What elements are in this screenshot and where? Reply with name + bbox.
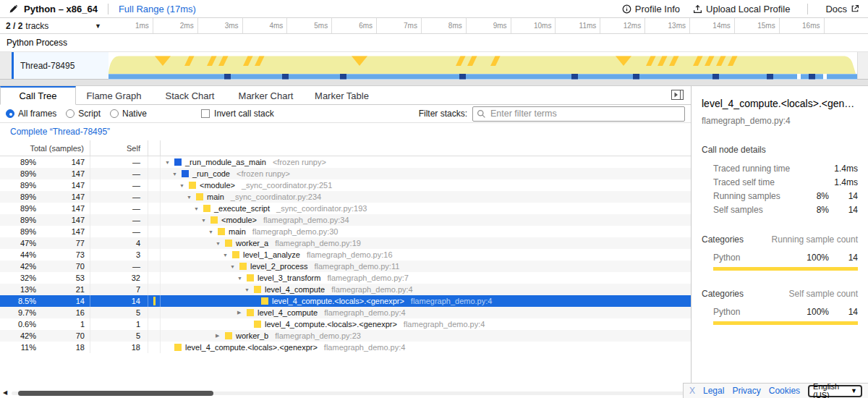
- row-total-percent: 89%: [0, 181, 36, 190]
- row-self-count: —: [90, 226, 148, 237]
- row-total-percent: 8.5%: [0, 297, 36, 305]
- footer-link-privacy[interactable]: Privacy: [732, 386, 760, 396]
- ruler-tick: 12ms: [600, 18, 645, 33]
- expander-icon[interactable]: ▼: [223, 253, 232, 258]
- chevron-down-icon: ▼: [95, 22, 101, 30]
- expander-icon[interactable]: ▶: [216, 333, 225, 339]
- profile-title: Python – x86_64: [24, 4, 98, 14]
- detail-row: Traced self time 1.4ms: [713, 175, 858, 189]
- expander-icon[interactable]: ▼: [237, 276, 247, 281]
- thread-track[interactable]: Thread-78495: [0, 52, 868, 80]
- function-name: main: [229, 227, 246, 236]
- expander-icon[interactable]: ▼: [194, 206, 203, 211]
- tab-bar: Call TreeFlame GraphStack ChartMarker Ch…: [0, 86, 691, 105]
- edit-pencil-icon[interactable]: [9, 4, 18, 14]
- process-track-header[interactable]: Python Process: [0, 34, 868, 52]
- sample-track: [109, 74, 857, 80]
- invert-call-stack-checkbox[interactable]: [201, 109, 210, 118]
- expander-icon[interactable]: ▼: [187, 195, 196, 200]
- docs-link[interactable]: Docs: [825, 4, 859, 14]
- info-icon: [622, 4, 631, 14]
- invert-call-stack-label[interactable]: Invert call stack: [214, 109, 274, 119]
- expander-icon[interactable]: ▼: [179, 183, 189, 188]
- footer-link-legal[interactable]: Legal: [703, 386, 724, 396]
- call-tree-row[interactable]: 89% 147 — ▼ <module> flamegraph_demo.py:…: [0, 214, 691, 226]
- row-total-percent: 89%: [0, 227, 36, 236]
- footer-link-x[interactable]: X: [689, 386, 695, 396]
- row-total-count: 14: [36, 297, 85, 305]
- tracks-visibility-dropdown[interactable]: 2 / 2 tracks ▼: [0, 18, 109, 33]
- expander-icon[interactable]: ▼: [216, 241, 225, 246]
- call-tree-row[interactable]: 9.7% 16 5 ▶ level_4_compute flamegraph_d…: [0, 307, 691, 318]
- total-column-header[interactable]: Total (samples): [0, 140, 90, 156]
- call-tree-row[interactable]: 47% 77 4 ▼ worker_a flamegraph_demo.py:1…: [0, 237, 691, 249]
- complete-thread-link[interactable]: Complete “Thread-78495”: [10, 127, 110, 137]
- call-tree-row[interactable]: 32% 53 32 ▼ level_3_transform flamegraph…: [0, 272, 691, 284]
- call-tree-row[interactable]: 11% 18 18 level_4_compute.<locals>.<gene…: [0, 342, 691, 353]
- call-tree-row[interactable]: 89% 147 — ▼ _run_code <frozen runpy>: [0, 168, 691, 179]
- self-column-header[interactable]: Self: [90, 140, 148, 156]
- ruler-tick: 5ms: [287, 18, 332, 33]
- call-tree-row[interactable]: 89% 147 — ▼ main _sync_coordinator.py:23…: [0, 191, 691, 203]
- sidebar-toggle-icon[interactable]: [671, 90, 684, 102]
- expander-icon[interactable]: ▼: [244, 287, 254, 292]
- thread-activity-graph[interactable]: [109, 52, 857, 80]
- tab-stack-chart[interactable]: Stack Chart: [152, 86, 228, 104]
- ruler-tick: 6ms: [332, 18, 377, 33]
- tab-list: Call TreeFlame GraphStack ChartMarker Ch…: [0, 86, 380, 104]
- category-block: Categories Running sample count Python 1…: [692, 234, 868, 271]
- call-tree-row[interactable]: 89% 147 — ▼ <module> _sync_coordinator.p…: [0, 179, 691, 191]
- expander-icon[interactable]: ▶: [237, 310, 247, 316]
- scroll-left-icon[interactable]: ◀: [3, 389, 7, 396]
- expander-icon[interactable]: ▼: [172, 172, 182, 177]
- filter-stacks-input[interactable]: [472, 106, 685, 122]
- call-tree-row[interactable]: 89% 147 — ▼ main flamegraph_demo.py:30: [0, 226, 691, 237]
- function-name: main: [207, 192, 224, 201]
- filter-stacks-label: Filter stacks:: [419, 109, 467, 119]
- full-range-link[interactable]: Full Range (17ms): [119, 4, 196, 14]
- tab-marker-table[interactable]: Marker Table: [304, 86, 380, 104]
- tab-call-tree[interactable]: Call Tree: [0, 86, 76, 105]
- thread-track-label[interactable]: Thread-78495: [14, 52, 109, 79]
- expander-icon[interactable]: ▼: [208, 229, 218, 234]
- call-tree-row[interactable]: 44% 73 3 ▼ level_1_analyze flamegraph_de…: [0, 249, 691, 261]
- file-location: <frozen runpy>: [237, 169, 290, 178]
- radio-script[interactable]: Script: [66, 109, 101, 119]
- row-self-count: 5: [90, 307, 148, 318]
- call-tree-row[interactable]: 0.6% 1 1 level_4_compute.<locals>.<genex…: [0, 318, 691, 330]
- scrollbar-thumb[interactable]: [18, 391, 213, 396]
- ruler-tick: 3ms: [198, 18, 243, 33]
- detail-percent: 8%: [817, 191, 829, 201]
- tab-flame-graph[interactable]: Flame Graph: [76, 86, 152, 104]
- category-strip: [153, 297, 156, 305]
- file-location: flamegraph_demo.py:7: [327, 274, 409, 282]
- filter-group: Filter stacks:: [419, 106, 685, 122]
- expander-icon[interactable]: ▼: [165, 160, 174, 165]
- footer-bar: XLegalPrivacyCookies English (US) ▼: [683, 383, 868, 398]
- ruler-tick: 2ms: [153, 18, 198, 33]
- file-location: _sync_coordinator.py:234: [231, 192, 321, 201]
- row-total-percent: 89%: [0, 204, 36, 213]
- call-tree-row[interactable]: 89% 147 — ▼ _run_module_as_main <frozen …: [0, 156, 691, 168]
- expander-icon[interactable]: ▼: [201, 218, 210, 223]
- call-tree-row[interactable]: 42% 70 — ▼ level_2_process flamegraph_de…: [0, 261, 691, 272]
- footer-link-cookies[interactable]: Cookies: [769, 386, 800, 396]
- upload-profile-button[interactable]: Upload Local Profile: [693, 4, 790, 14]
- call-tree-row[interactable]: 89% 147 — ▼ _execute_script _sync_coordi…: [0, 203, 691, 214]
- expander-icon[interactable]: ▼: [230, 264, 239, 269]
- row-total-percent: 13%: [0, 285, 36, 294]
- row-total-count: 73: [36, 250, 85, 259]
- row-self-count: 32: [90, 272, 148, 284]
- horizontal-scrollbar[interactable]: ◀: [0, 388, 691, 398]
- radio-native[interactable]: Native: [110, 109, 147, 119]
- row-total-count: 147: [36, 192, 85, 201]
- call-tree-row[interactable]: 13% 21 7 ▼ level_4_compute flamegraph_de…: [0, 284, 691, 295]
- language-select[interactable]: English (US) ▼: [808, 385, 862, 397]
- call-node-sidebar: level_4_compute.<locals>.<genexpr> flame…: [691, 86, 868, 398]
- tab-marker-chart[interactable]: Marker Chart: [228, 86, 304, 104]
- call-tree-row[interactable]: 42% 70 5 ▶ worker_b flamegraph_demo.py:2…: [0, 330, 691, 342]
- footer-links: XLegalPrivacyCookies: [689, 386, 800, 396]
- radio-all-frames[interactable]: All frames: [6, 109, 56, 119]
- call-tree-row[interactable]: 8.5% 14 14 level_4_compute.<locals>.<gen…: [0, 295, 691, 307]
- profile-info-button[interactable]: Profile Info: [622, 4, 680, 14]
